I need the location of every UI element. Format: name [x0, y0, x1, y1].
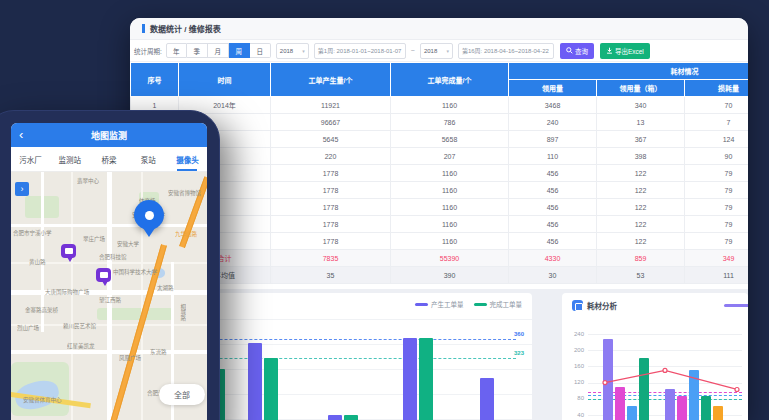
- period-option-周[interactable]: 周: [229, 43, 250, 58]
- consumables-plot-body: 2402001601208040: [562, 315, 748, 420]
- table-cell: 1160: [391, 216, 509, 233]
- table-cell: 398: [597, 148, 685, 165]
- legend-item: 产生工单量: [415, 299, 464, 309]
- map-label: 黄山路: [29, 258, 46, 266]
- map-label: 红星美凯龙: [67, 342, 95, 350]
- table-row: 7177811604561227967: [131, 199, 749, 216]
- table-cell: 240: [509, 114, 597, 131]
- week-to-field[interactable]: 第16周: 2018-04-16~2018-04-22: [458, 43, 554, 59]
- y-axis-tick: 80: [562, 395, 584, 401]
- bar-产生工单量: [248, 343, 262, 420]
- legend-swatch-cut: [724, 304, 748, 307]
- all-filter-button[interactable]: 全部: [159, 384, 205, 405]
- y-axis-tick: 160: [562, 363, 584, 369]
- legend-label: 完成工单量: [490, 299, 523, 309]
- table-cell: 367: [597, 131, 685, 148]
- report-table-wrap: 序号时间工单产生量/个工单完成量/个耗材情况领用量领用量（箱）损耗量金额1201…: [130, 62, 748, 284]
- header-row-1: 序号时间工单产生量/个工单完成量/个耗材情况: [131, 63, 749, 80]
- table-cell: 96667: [271, 114, 391, 131]
- legend-swatch: [415, 303, 428, 306]
- map-label: 中国科学技术大学: [113, 268, 157, 276]
- period-option-日[interactable]: 日: [250, 43, 271, 58]
- expand-panel-button[interactable]: ›: [15, 182, 29, 196]
- camera-marker[interactable]: [61, 244, 76, 258]
- selected-location-pin[interactable]: [134, 200, 164, 230]
- bar-完成工单量: [344, 415, 358, 420]
- map-label: 烈山广场: [17, 324, 39, 332]
- dashboard-window: 数据统计 / 维修报表 统计周期: 年季月周日 2018 ▾ 第1周: 2018…: [130, 18, 748, 420]
- year-to-value: 2018: [424, 48, 437, 54]
- table-body: 12014年1192111603468340702502966677862401…: [131, 97, 749, 284]
- table-cell: 90: [685, 148, 749, 165]
- map-label: 安徽省体育中心: [23, 396, 62, 404]
- table-row: 6177811604561227967: [131, 182, 749, 199]
- table-cell: 53: [597, 267, 685, 284]
- map-label: 翡翠中心: [77, 177, 99, 185]
- legend-label: 产生工单量: [431, 299, 464, 309]
- week-from-field[interactable]: 第1周: 2018-01-01~2018-01-07: [314, 43, 406, 59]
- reference-line-label: 360: [514, 331, 524, 337]
- table-cell: 110: [509, 148, 597, 165]
- table-cell: 5645: [271, 131, 391, 148]
- table-cell: 1778: [271, 182, 391, 199]
- table-cell: 1160: [391, 165, 509, 182]
- consumables-plot: [588, 315, 742, 420]
- y-axis-tick: 120: [562, 379, 584, 385]
- table-cell: 122: [597, 233, 685, 250]
- column-header: 工单产生量/个: [271, 63, 391, 97]
- table-cell: 70: [685, 97, 749, 114]
- table-cell: 111: [685, 267, 749, 284]
- table-cell: 1778: [271, 216, 391, 233]
- phone-tab-泵站[interactable]: 泵站: [129, 147, 168, 171]
- map-label: 太湖路: [157, 284, 174, 292]
- table-cell: 786: [391, 114, 509, 131]
- bar-产生工单量: [328, 415, 342, 420]
- table-cell: 124: [685, 131, 749, 148]
- charts-row: 产生工单量完成工单量 360323 耗材分析 2402001601208040: [130, 289, 748, 420]
- period-option-季[interactable]: 季: [187, 43, 208, 58]
- table-row: 5177811604561227967: [131, 165, 749, 182]
- phone-tab-桥梁[interactable]: 桥梁: [89, 147, 128, 171]
- stage: 数据统计 / 维修报表 统计周期: 年季月周日 2018 ▾ 第1周: 2018…: [0, 0, 769, 420]
- map-label: 大唐国际购物广场: [45, 288, 89, 296]
- table-cell: 79: [685, 233, 749, 250]
- table-cell: 11921: [271, 97, 391, 114]
- table-cell: 349: [685, 250, 749, 267]
- phone-tab-监测站[interactable]: 监测站: [50, 147, 89, 171]
- map-label: 安徽大学: [117, 240, 139, 248]
- y-axis-tick: 240: [562, 331, 584, 337]
- period-option-年[interactable]: 年: [166, 43, 187, 58]
- trend-line: [588, 315, 742, 420]
- table-cell: 79: [685, 165, 749, 182]
- query-button[interactable]: 查询: [560, 43, 594, 59]
- table-cell: 1160: [391, 97, 509, 114]
- chart-title-text: 耗材分析: [587, 300, 617, 311]
- back-icon[interactable]: ‹: [19, 124, 23, 146]
- reference-line-label: 323: [514, 350, 524, 356]
- export-excel-button[interactable]: 导出Excel: [600, 43, 650, 59]
- camera-marker[interactable]: [96, 268, 111, 282]
- group-header: 耗材情况: [509, 63, 749, 80]
- period-label: 统计周期:: [134, 46, 162, 56]
- sub-column-header: 损耗量: [685, 80, 749, 97]
- table-cell: 30: [509, 267, 597, 284]
- phone-tab-污水厂[interactable]: 污水厂: [11, 147, 50, 171]
- table-head: 序号时间工单产生量/个工单完成量/个耗材情况领用量领用量（箱）损耗量金额: [131, 63, 749, 97]
- year-to-select[interactable]: 2018 ▾: [420, 43, 453, 59]
- table-cell: 456: [509, 233, 597, 250]
- column-header: 序号: [131, 63, 179, 97]
- phone-tab-摄像头[interactable]: 摄像头: [168, 147, 207, 171]
- table-cell: 122: [597, 182, 685, 199]
- year-from-select[interactable]: 2018 ▾: [276, 43, 309, 59]
- table-row: 42202071103989019: [131, 148, 749, 165]
- table-cell: 1160: [391, 233, 509, 250]
- table-cell: 79: [685, 182, 749, 199]
- average-row: 平均值35390305311114: [131, 267, 749, 284]
- table-cell: 1778: [271, 233, 391, 250]
- column-header: 工单完成量/个: [391, 63, 509, 97]
- map-view[interactable]: 翡翠中心合肥市宁溪小学体育场安徽农业大学安徽省博物馆翠庄广场安徽大学合肥科技馆黄…: [11, 172, 207, 420]
- period-option-月[interactable]: 月: [208, 43, 229, 58]
- table-cell: 122: [597, 199, 685, 216]
- column-header: 时间: [179, 63, 271, 97]
- phone-mockup: ‹ 地图监测 污水厂监测站桥梁泵站摄像头: [0, 110, 220, 420]
